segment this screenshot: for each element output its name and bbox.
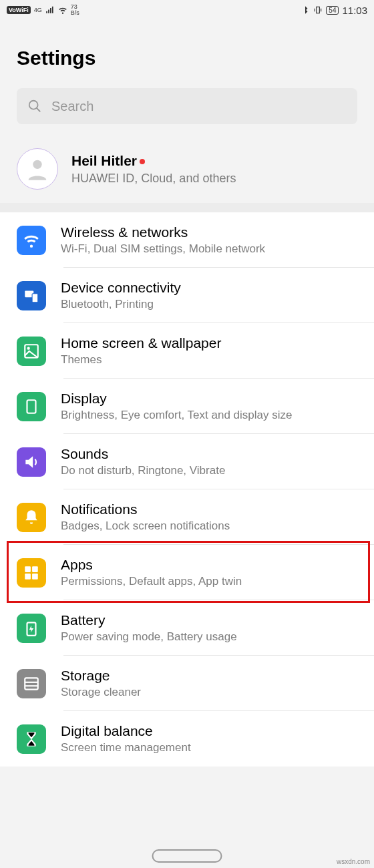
hourglass-icon [17, 724, 46, 754]
svg-rect-0 [317, 7, 320, 13]
item-title: Notifications [61, 501, 230, 517]
vibrate-icon [313, 5, 323, 15]
battery-indicator: 54 [326, 6, 339, 15]
settings-item-wifi[interactable]: Wireless & networksWi-Fi, Dual SIM setti… [0, 212, 374, 268]
search-placeholder: Search [51, 99, 94, 114]
settings-item-bell[interactable]: NotificationsBadges, Lock screen notific… [0, 489, 374, 545]
signal-icon [45, 5, 55, 15]
item-title: Wireless & networks [61, 224, 265, 240]
account-row[interactable]: Heil Hitler HUAWEI ID, Cloud, and others [0, 136, 374, 203]
account-name: Heil Hitler [71, 153, 137, 168]
settings-item-sound[interactable]: SoundsDo not disturb, Ringtone, Vibrate [0, 434, 374, 489]
item-text: Digital balanceScreen time management [61, 723, 191, 754]
svg-rect-5 [32, 293, 38, 302]
device-icon [17, 281, 46, 310]
svg-rect-10 [32, 566, 38, 572]
item-title: Sounds [61, 446, 225, 462]
item-subtitle: Do not disturb, Ringtone, Vibrate [61, 464, 225, 477]
item-title: Storage [61, 668, 141, 684]
item-title: Apps [61, 557, 242, 573]
svg-point-3 [33, 160, 41, 169]
display-icon [17, 392, 46, 421]
section-gap [0, 203, 374, 212]
settings-item-apps[interactable]: AppsPermissions, Default apps, App twin [0, 545, 374, 600]
item-subtitle: Storage cleaner [61, 686, 141, 699]
svg-rect-14 [25, 678, 38, 689]
settings-item-display[interactable]: DisplayBrightness, Eye comfort, Text and… [0, 379, 374, 434]
item-title: Battery [61, 612, 237, 628]
settings-list: Wireless & networksWi-Fi, Dual SIM setti… [0, 212, 374, 767]
svg-line-2 [37, 108, 41, 112]
item-subtitle: Brightness, Eye comfort, Text and displa… [61, 409, 292, 422]
settings-item-storage[interactable]: StorageStorage cleaner [0, 656, 374, 711]
bell-icon [17, 503, 46, 532]
account-subtitle: HUAWEI ID, Cloud, and others [71, 172, 236, 186]
notification-dot [140, 159, 145, 164]
clock: 11:03 [342, 5, 367, 16]
item-title: Digital balance [61, 723, 191, 739]
svg-rect-11 [25, 574, 31, 580]
settings-item-hourglass[interactable]: Digital balanceScreen time management [0, 711, 374, 767]
svg-point-1 [29, 101, 38, 110]
item-text: DisplayBrightness, Eye comfort, Text and… [61, 391, 292, 422]
svg-rect-9 [25, 566, 31, 572]
settings-item-battery[interactable]: BatteryPower saving mode, Battery usage [0, 600, 374, 656]
storage-icon [17, 669, 46, 698]
status-bar: VoWiFi 4G 73 B/s 54 11:03 [0, 0, 374, 20]
item-text: Wireless & networksWi-Fi, Dual SIM setti… [61, 224, 265, 256]
item-text: Home screen & wallpaperThemes [61, 335, 221, 367]
apps-icon [17, 558, 46, 588]
avatar [17, 148, 58, 190]
wallpaper-icon [17, 337, 46, 366]
item-text: Device connectivityBluetooth, Printing [61, 280, 181, 311]
battery-icon [17, 614, 46, 643]
bluetooth-icon [301, 5, 310, 15]
settings-item-wallpaper[interactable]: Home screen & wallpaperThemes [0, 323, 374, 379]
account-text: Heil Hitler HUAWEI ID, Cloud, and others [71, 153, 236, 186]
svg-point-7 [27, 347, 30, 349]
item-title: Device connectivity [61, 280, 181, 296]
item-text: BatteryPower saving mode, Battery usage [61, 612, 237, 644]
status-right: 54 11:03 [301, 5, 367, 16]
search-input[interactable]: Search [17, 88, 357, 124]
item-subtitle: Wi-Fi, Dual SIM settings, Mobile network [61, 242, 265, 256]
item-title: Display [61, 391, 292, 407]
item-subtitle: Screen time management [61, 741, 191, 754]
wifi-icon [17, 226, 46, 255]
vowifi-badge: VoWiFi [7, 6, 31, 14]
item-text: NotificationsBadges, Lock screen notific… [61, 501, 230, 533]
page-title: Settings [0, 20, 374, 88]
settings-item-device[interactable]: Device connectivityBluetooth, Printing [0, 268, 374, 323]
item-subtitle: Themes [61, 353, 221, 367]
svg-rect-8 [27, 400, 36, 413]
item-text: StorageStorage cleaner [61, 668, 141, 699]
home-indicator[interactable] [152, 849, 222, 863]
item-title: Home screen & wallpaper [61, 335, 221, 351]
item-text: AppsPermissions, Default apps, App twin [61, 557, 242, 588]
sound-icon [17, 447, 46, 477]
network-gen: 4G [34, 7, 42, 13]
wifi-status-icon [58, 5, 67, 15]
status-left: VoWiFi 4G 73 B/s [7, 4, 79, 16]
item-subtitle: Power saving mode, Battery usage [61, 630, 237, 644]
net-speed: 73 B/s [71, 4, 79, 16]
search-icon [27, 99, 42, 114]
item-subtitle: Bluetooth, Printing [61, 298, 181, 311]
svg-rect-12 [32, 574, 38, 580]
item-text: SoundsDo not disturb, Ringtone, Vibrate [61, 446, 225, 477]
item-subtitle: Badges, Lock screen notifications [61, 519, 230, 533]
item-subtitle: Permissions, Default apps, App twin [61, 575, 242, 588]
watermark: wsxdn.com [337, 858, 370, 865]
